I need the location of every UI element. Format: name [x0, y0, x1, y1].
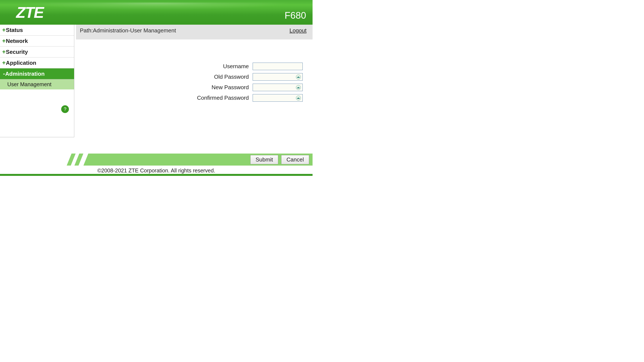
copyright-text: ©2008-2021 ZTE Corporation. All rights r… [0, 167, 312, 174]
sidebar-item-administration[interactable]: - Administration [0, 68, 74, 79]
sidebar-item-label: Security [6, 49, 28, 55]
confirmed-password-input[interactable] [253, 94, 303, 102]
sidebar-item-network[interactable]: + Network [0, 35, 74, 46]
submit-button[interactable]: Submit [250, 155, 278, 164]
body-area: + Status + Network + Security + Applicat… [0, 25, 312, 137]
logo: ZTE [16, 4, 43, 21]
sidebar-item-security[interactable]: + Security [0, 46, 74, 57]
username-label: Username [76, 63, 253, 70]
plus-icon: + [2, 59, 6, 66]
bottom-edge [0, 174, 312, 176]
new-password-label: New Password [76, 84, 253, 91]
sidebar-item-label: Application [6, 60, 36, 66]
user-form: Username Old Password New Password [76, 39, 312, 102]
old-password-input[interactable] [253, 73, 303, 81]
username-input[interactable] [253, 63, 303, 70]
breadcrumb-bar: Path:Administration-User Management Logo… [76, 25, 312, 39]
old-password-label: Old Password [76, 73, 253, 80]
form-row-old-password: Old Password [76, 73, 312, 81]
header: ZTE F680 [0, 0, 312, 25]
sidebar-item-status[interactable]: + Status [0, 25, 74, 35]
main-content: Path:Administration-User Management Logo… [74, 25, 312, 105]
confirmed-password-label: Confirmed Password [76, 95, 253, 101]
sidebar-item-application[interactable]: + Application [0, 57, 74, 68]
sidebar-subitem-user-management[interactable]: User Management [0, 79, 74, 89]
plus-icon: + [2, 37, 6, 44]
cancel-button[interactable]: Cancel [281, 155, 309, 164]
footer-bar: Submit Cancel [0, 154, 312, 166]
plus-icon: + [2, 48, 6, 55]
breadcrumb: Path:Administration-User Management [80, 27, 176, 34]
new-password-input[interactable] [253, 84, 303, 91]
minus-icon: - [2, 70, 5, 77]
sidebar: + Status + Network + Security + Applicat… [0, 25, 74, 137]
logout-link[interactable]: Logout [289, 27, 306, 34]
form-row-username: Username [76, 63, 312, 70]
sidebar-item-label: Status [6, 27, 23, 33]
sidebar-item-label: Network [6, 38, 28, 44]
sidebar-item-label: Administration [5, 70, 44, 77]
device-model: F680 [285, 10, 306, 25]
plus-icon: + [2, 26, 6, 33]
help-button[interactable]: ? [61, 105, 69, 113]
form-row-confirmed-password: Confirmed Password [76, 94, 312, 102]
form-row-new-password: New Password [76, 84, 312, 91]
